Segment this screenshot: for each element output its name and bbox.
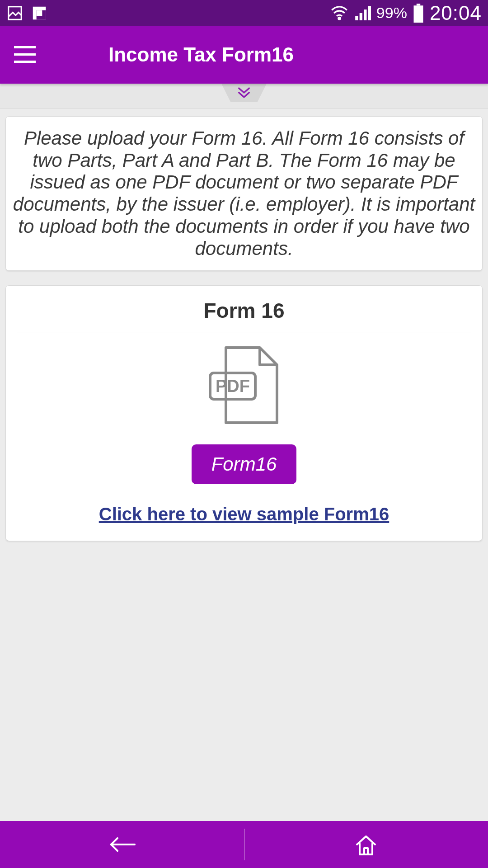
svg-rect-11 — [14, 46, 36, 48]
bottom-nav — [0, 821, 488, 868]
app-bar: Income Tax Form16 — [0, 26, 488, 84]
svg-rect-10 — [413, 5, 423, 23]
info-text: Please upload your Form 16. All Form 16 … — [12, 127, 476, 259]
nav-home-button[interactable] — [244, 821, 488, 868]
info-card: Please upload your Form 16. All Form 16 … — [5, 116, 483, 271]
pdf-badge-text: PDF — [216, 377, 250, 396]
svg-point-4 — [338, 17, 340, 19]
arrow-left-icon — [108, 835, 136, 854]
pdf-file-icon[interactable]: PDF — [206, 345, 282, 426]
svg-rect-9 — [417, 4, 420, 5]
status-right-icons: 99% 20:04 — [330, 2, 482, 24]
svg-rect-3 — [37, 10, 42, 16]
pdf-icon-wrap: PDF — [17, 345, 471, 426]
home-icon — [353, 833, 379, 856]
form16-title: Form 16 — [17, 286, 471, 332]
view-sample-link[interactable]: Click here to view sample Form16 — [17, 504, 471, 524]
status-left-icons — [6, 5, 48, 22]
content-area: Please upload your Form 16. All Form 16 … — [0, 109, 488, 563]
page-title: Income Tax Form16 — [108, 43, 294, 66]
upload-form16-button[interactable]: Form16 — [192, 444, 297, 484]
divider — [17, 332, 471, 332]
svg-rect-5 — [355, 16, 358, 20]
hamburger-icon — [14, 46, 36, 63]
svg-rect-8 — [368, 6, 371, 20]
form16-card: Form 16 PDF Form16 Click here to view sa… — [5, 285, 483, 541]
wifi-icon — [330, 4, 348, 22]
nav-back-button[interactable] — [0, 821, 244, 868]
image-icon — [6, 5, 23, 22]
menu-button[interactable] — [0, 26, 50, 84]
battery-icon — [413, 4, 424, 23]
svg-rect-12 — [14, 53, 36, 56]
battery-percent: 99% — [376, 4, 407, 22]
expand-strip — [0, 84, 488, 109]
svg-rect-7 — [364, 9, 366, 20]
status-bar: 99% 20:04 — [0, 0, 488, 26]
chevron-double-down-icon — [236, 86, 252, 99]
cell-signal-icon — [354, 5, 371, 22]
svg-rect-16 — [364, 848, 368, 854]
flipboard-icon — [31, 5, 48, 22]
expand-tab[interactable] — [221, 84, 267, 102]
svg-rect-6 — [359, 13, 362, 20]
svg-rect-13 — [14, 61, 36, 63]
clock-time: 20:04 — [430, 2, 482, 24]
